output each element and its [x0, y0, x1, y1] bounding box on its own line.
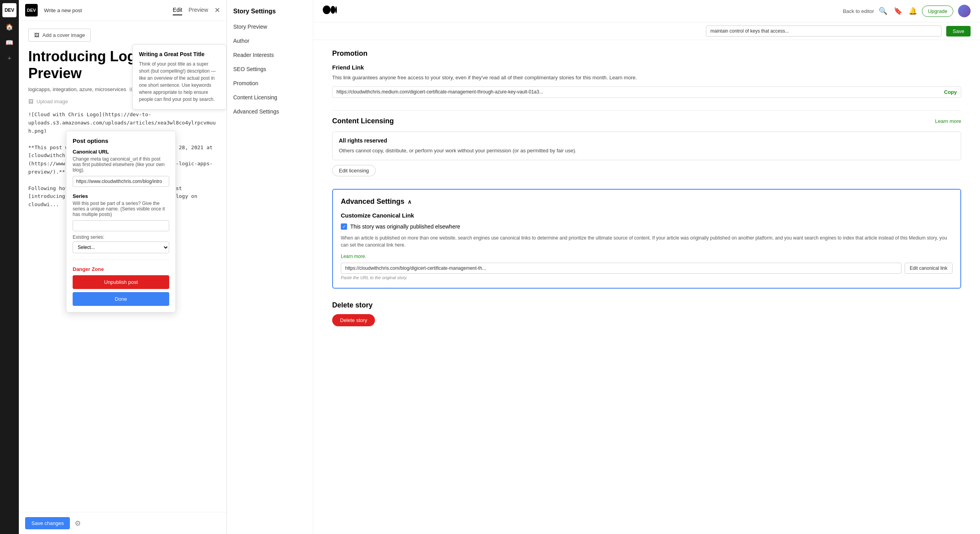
medium-main: Promotion Friend Link This link guarante… [313, 40, 980, 348]
canonical-url-display: https://cloudwithchris.com/blog/digicert… [341, 263, 901, 274]
canonical-url-desc: Change meta tag canonical_url if this po… [73, 156, 169, 173]
svg-point-2 [335, 6, 337, 13]
editor-title: Write a new post [44, 7, 166, 13]
search-icon[interactable]: 🔍 [879, 7, 887, 15]
bookmark-icon[interactable]: 🔖 [894, 7, 902, 15]
avatar[interactable] [958, 5, 971, 17]
series-desc: Will this post be part of a series? Give… [73, 201, 169, 217]
friend-link-row: https://cloudwithchris.medium.com/digice… [332, 86, 961, 98]
license-desc: Others cannot copy, distribute, or perfo… [339, 147, 954, 155]
series-select[interactable]: Select... [73, 241, 169, 253]
tooltip-desc: Think of your post title as a super shor… [139, 60, 220, 103]
canonical-url-row: https://cloudwithchris.com/blog/digicert… [341, 263, 953, 274]
bell-icon[interactable]: 🔔 [909, 7, 917, 15]
image-icon: 🖼 [34, 32, 39, 38]
licensing-title: Content Licensing [332, 117, 394, 125]
series-section: Series Will this post be part of a serie… [73, 193, 169, 253]
editor-bottom: Save changes ⚙ [19, 512, 227, 534]
tags-text[interactable]: logicapps, integration, azure, microserv… [28, 86, 126, 92]
series-input[interactable] [73, 220, 169, 231]
license-box: All rights reserved Others cannot copy, … [332, 132, 961, 161]
editor-tabs: Edit Preview [173, 5, 208, 15]
tab-edit[interactable]: Edit [173, 5, 182, 15]
sidebar-item-advanced-settings[interactable]: Advanced Settings [227, 104, 313, 119]
sidebar-item-reader-interests[interactable]: Reader Interests [227, 48, 313, 62]
copy-button[interactable]: Copy [944, 89, 957, 95]
editor-content: 🖼 Add a cover image Introducing Logic Ap… [19, 21, 227, 512]
done-button[interactable]: Done [73, 292, 169, 306]
tooltip-title: Writing a Great Post Title [139, 51, 220, 57]
delete-section: Delete story Delete story [332, 301, 961, 326]
checkbox-row: ✓ This story was originally published el… [341, 223, 953, 230]
advanced-settings-title: Advanced Settings [341, 198, 404, 206]
customize-link-title: Customize Canonical Link [341, 212, 953, 219]
checkbox-label: This story was originally published else… [350, 223, 460, 230]
canonical-url-input[interactable] [73, 176, 169, 187]
friend-link-desc: This link guarantees anyone free access … [332, 74, 961, 82]
editor-header: DEV Write a new post Edit Preview ✕ [19, 0, 227, 21]
back-to-editor-link[interactable]: Back to editor [843, 8, 874, 14]
advanced-settings-header: Advanced Settings ∧ [341, 198, 953, 206]
originally-published-checkbox[interactable]: ✓ [341, 223, 347, 230]
license-name: All rights reserved [339, 137, 954, 144]
canonical-url-label: Canonical URL [73, 149, 169, 155]
friend-link-title: Friend Link [332, 64, 961, 71]
chevron-up-icon: ∧ [408, 199, 411, 205]
sidebar-item-story-preview[interactable]: Story Preview [227, 20, 313, 34]
canonical-url-section: Canonical URL Change meta tag canonical_… [73, 149, 169, 187]
sidebar-icon-reading[interactable]: 📖 [3, 36, 16, 49]
medium-logo [323, 5, 337, 16]
sidebar-icon-add[interactable]: ＋ [3, 52, 16, 64]
add-cover-image-button[interactable]: 🖼 Add a cover image [28, 29, 91, 42]
save-changes-button[interactable]: Save changes [25, 517, 70, 529]
story-settings-panel: Story Settings Story Preview Author Read… [227, 0, 313, 534]
writing-tooltip: Writing a Great Post Title Think of your… [132, 44, 227, 110]
medium-header: Back to editor 🔍 🔖 🔔 Upgrade [313, 0, 980, 22]
post-options-panel: Post options Canonical URL Change meta t… [66, 131, 176, 313]
story-settings-heading: Story Settings [227, 0, 313, 20]
delete-story-button[interactable]: Delete story [332, 314, 375, 326]
licensing-header: Content Licensing Learn more [332, 117, 961, 125]
series-label: Series [73, 193, 169, 199]
promotion-title: Promotion [332, 49, 961, 58]
upgrade-button[interactable]: Upgrade [922, 5, 953, 17]
friend-link-url: https://cloudwithchris.medium.com/digice… [336, 89, 941, 95]
editor-panel: DEV Write a new post Edit Preview ✕ 🖼 Ad… [19, 0, 227, 534]
medium-panel: Back to editor 🔍 🔖 🔔 Upgrade maintain co… [313, 0, 980, 534]
edit-licensing-button[interactable]: Edit licensing [332, 165, 376, 176]
unpublish-button[interactable]: Unpublish post [73, 275, 169, 289]
settings-icon[interactable]: ⚙ [75, 519, 81, 528]
editor-logo: DEV [25, 4, 38, 16]
upload-icon: 🖼 [28, 99, 33, 104]
content-licensing-section: Content Licensing Learn more All rights … [332, 117, 961, 177]
advanced-settings-section: Advanced Settings ∧ Customize Canonical … [332, 189, 961, 289]
edit-canonical-button[interactable]: Edit canonical link [905, 263, 953, 274]
existing-series-label: Existing series: [73, 234, 169, 240]
danger-zone-label: Danger Zone [73, 266, 169, 272]
sidebar-icon-home[interactable]: 🏠 [3, 20, 16, 33]
promotion-section: Promotion Friend Link This link guarante… [332, 49, 961, 98]
sidebar-item-promotion[interactable]: Promotion [227, 76, 313, 90]
svg-point-0 [323, 5, 331, 14]
advanced-desc: When an article is published on more tha… [341, 234, 953, 249]
tab-preview[interactable]: Preview [188, 5, 208, 15]
medium-icons: 🔍 🔖 🔔 [879, 7, 917, 15]
licensing-learn-more[interactable]: Learn more [935, 118, 961, 124]
close-button[interactable]: ✕ [214, 6, 220, 15]
advanced-learn-more[interactable]: Learn more. [341, 254, 366, 259]
sidebar-item-seo-settings[interactable]: SEO Settings [227, 62, 313, 76]
save-button[interactable]: Save [946, 26, 971, 37]
sidebar-item-author[interactable]: Author [227, 34, 313, 48]
medium-header-right: Back to editor 🔍 🔖 🔔 Upgrade [843, 5, 971, 17]
save-bar-url: maintain control of keys that access... [706, 26, 942, 37]
svg-point-1 [331, 6, 335, 14]
dev-logo: DEV [2, 3, 16, 17]
delete-title: Delete story [332, 301, 961, 309]
save-bar: maintain control of keys that access... … [313, 22, 980, 40]
sidebar-item-content-licensing[interactable]: Content Licensing [227, 90, 313, 104]
paste-note: Paste the URL to the original story. [341, 275, 953, 280]
medium-logo-svg [323, 5, 337, 14]
post-options-title: Post options [73, 137, 169, 144]
left-sidebar: DEV 🏠 📖 ＋ [0, 0, 19, 534]
